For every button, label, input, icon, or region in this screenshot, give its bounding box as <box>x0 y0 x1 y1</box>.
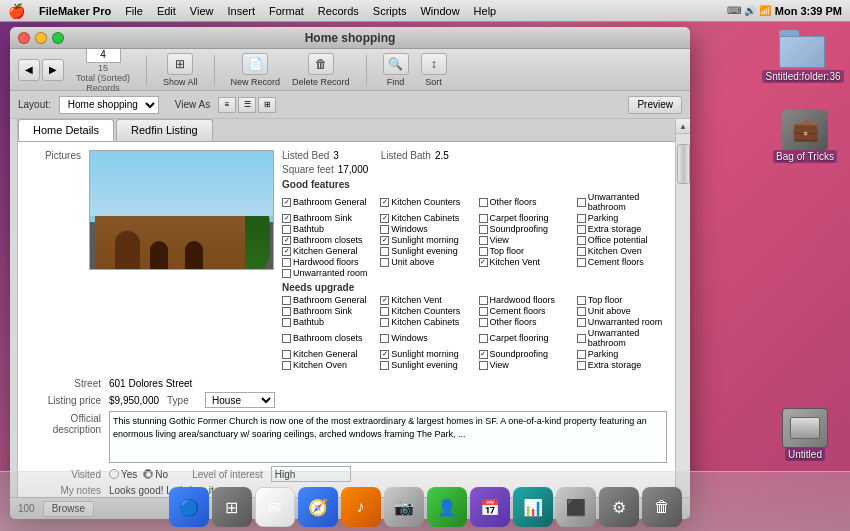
cb-parking-box[interactable] <box>577 214 586 223</box>
nu-unwarranted-bath-box[interactable] <box>577 334 586 343</box>
window-menu[interactable]: Window <box>420 5 459 17</box>
find-button[interactable]: 🔍 Find <box>383 53 409 87</box>
records-menu[interactable]: Records <box>318 5 359 17</box>
nu-windows-box[interactable] <box>380 334 389 343</box>
cb-sun-morning-box[interactable] <box>380 236 389 245</box>
minimize-button[interactable] <box>35 32 47 44</box>
view-list-button[interactable]: ☰ <box>238 97 256 113</box>
sort-button[interactable]: ↕ Sort <box>421 53 447 87</box>
nu-cement[interactable]: Cement floors <box>479 306 569 316</box>
cb-windows[interactable]: Windows <box>380 224 470 234</box>
desktop-icon-untitled[interactable]: Untitled <box>770 408 840 461</box>
file-menu[interactable]: File <box>125 5 143 17</box>
desc-value[interactable]: This stunning Gothic Former Church is no… <box>109 411 667 463</box>
cb-kitchen-gen-box[interactable] <box>282 247 291 256</box>
cb-kitchen-oven-gf[interactable]: Kitchen Oven <box>577 246 667 256</box>
cb-hardwood[interactable]: Hardwood floors <box>282 257 372 267</box>
cb-soundproofing-box[interactable] <box>479 225 488 234</box>
dock-iphoto[interactable]: 📷 <box>384 487 424 527</box>
cb-view-box[interactable] <box>479 236 488 245</box>
cb-kitchen-counters-box[interactable] <box>380 198 389 207</box>
nu-unit-above[interactable]: Unit above <box>577 306 667 316</box>
cb-carpet-box[interactable] <box>479 214 488 223</box>
nu-extra-storage[interactable]: Extra storage <box>577 360 667 370</box>
nu-cement-box[interactable] <box>479 307 488 316</box>
cb-bath-sink[interactable]: Bathroom Sink <box>282 213 372 223</box>
cb-kitchen-gen[interactable]: Kitchen General <box>282 246 372 256</box>
nu-kitchen-counters[interactable]: Kitchen Counters <box>380 306 470 316</box>
cb-unwarranted-room-gf-box[interactable] <box>282 269 291 278</box>
maximize-button[interactable] <box>52 32 64 44</box>
nu-bath-sink-box[interactable] <box>282 307 291 316</box>
scroll-thumb[interactable] <box>677 144 690 184</box>
tab-home-details[interactable]: Home Details <box>18 119 114 141</box>
nu-top-floor[interactable]: Top floor <box>577 295 667 305</box>
nu-bath-gen[interactable]: Bathroom General <box>282 295 372 305</box>
cb-bath-general[interactable]: Bathroom General <box>282 192 372 212</box>
dock-address[interactable]: 👤 <box>427 487 467 527</box>
cb-unit-above[interactable]: Unit above <box>380 257 470 267</box>
insert-menu[interactable]: Insert <box>228 5 256 17</box>
view-table-button[interactable]: ⊞ <box>258 97 276 113</box>
cb-other-floors[interactable]: Other floors <box>479 192 569 212</box>
nu-kitchen-oven-box[interactable] <box>282 361 291 370</box>
cb-bath-closets-box[interactable] <box>282 236 291 245</box>
new-record-button[interactable]: 📄 New Record <box>231 53 281 87</box>
nu-parking[interactable]: Parking <box>577 349 667 359</box>
cb-parking[interactable]: Parking <box>577 213 667 223</box>
dock-calendar[interactable]: 📅 <box>470 487 510 527</box>
nu-bathtub[interactable]: Bathtub <box>282 317 372 327</box>
cb-kitchen-cab-box[interactable] <box>380 214 389 223</box>
cb-sun-evening-box[interactable] <box>380 247 389 256</box>
nu-bath-closets[interactable]: Bathroom closets <box>282 328 372 348</box>
cb-view[interactable]: View <box>479 235 569 245</box>
nu-other-floors-box[interactable] <box>479 318 488 327</box>
cb-cement-gf[interactable]: Cement floors <box>577 257 667 267</box>
cb-kitchen-cab[interactable]: Kitchen Cabinets <box>380 213 470 223</box>
nu-bath-closets-box[interactable] <box>282 334 291 343</box>
scroll-track[interactable] <box>676 134 690 504</box>
cb-kitchen-vent-gf[interactable]: Kitchen Vent <box>479 257 569 267</box>
dock-dashboard[interactable]: ⊞ <box>212 487 252 527</box>
nu-bath-gen-box[interactable] <box>282 296 291 305</box>
help-menu[interactable]: Help <box>474 5 497 17</box>
cb-cement-gf-box[interactable] <box>577 258 586 267</box>
dock-safari[interactable]: 🧭 <box>298 487 338 527</box>
nu-hardwood-box[interactable] <box>479 296 488 305</box>
cb-top-floor-box[interactable] <box>479 247 488 256</box>
apple-menu[interactable]: 🍎 <box>8 3 25 19</box>
cb-soundproofing[interactable]: Soundproofing <box>479 224 569 234</box>
nu-soundproofing-box[interactable] <box>479 350 488 359</box>
desktop-icon-folder[interactable]: Sntitled:folder:36 <box>768 30 838 83</box>
nu-view-box[interactable] <box>479 361 488 370</box>
dock-fm[interactable]: 📊 <box>513 487 553 527</box>
nu-kitchen-cab-box[interactable] <box>380 318 389 327</box>
cb-hardwood-box[interactable] <box>282 258 291 267</box>
nu-sun-morning[interactable]: Sunlight morning <box>380 349 470 359</box>
cb-bath-closets[interactable]: Bathroom closets <box>282 235 372 245</box>
show-all-button[interactable]: ⊞ Show All <box>163 53 198 87</box>
cb-sun-morning[interactable]: Sunlight morning <box>380 235 470 245</box>
app-menu[interactable]: FileMaker Pro <box>39 5 111 17</box>
delete-record-button[interactable]: 🗑 Delete Record <box>292 53 350 87</box>
nu-soundproofing[interactable]: Soundproofing <box>479 349 569 359</box>
cb-kitchen-oven-gf-box[interactable] <box>577 247 586 256</box>
nu-view[interactable]: View <box>479 360 569 370</box>
nu-extra-storage-box[interactable] <box>577 361 586 370</box>
nu-sun-evening[interactable]: Sunlight evening <box>380 360 470 370</box>
nu-unwarranted-room-box[interactable] <box>577 318 586 327</box>
cb-extra-storage-box[interactable] <box>577 225 586 234</box>
scripts-menu[interactable]: Scripts <box>373 5 407 17</box>
cb-unwarranted-bath[interactable]: Unwarranted bathroom <box>577 192 667 212</box>
nu-bathtub-box[interactable] <box>282 318 291 327</box>
nav-back[interactable]: ◀ <box>18 59 40 81</box>
nu-parking-box[interactable] <box>577 350 586 359</box>
cb-office-box[interactable] <box>577 236 586 245</box>
nu-sun-evening-box[interactable] <box>380 361 389 370</box>
cb-carpet[interactable]: Carpet flooring <box>479 213 569 223</box>
nu-kitchen-vent[interactable]: Kitchen Vent <box>380 295 470 305</box>
dock-trash[interactable]: 🗑 <box>642 487 682 527</box>
cb-unwarranted-room-gf[interactable]: Unwarranted room <box>282 268 372 278</box>
cb-unwarranted-bath-box[interactable] <box>577 198 586 207</box>
nav-forward[interactable]: ▶ <box>42 59 64 81</box>
